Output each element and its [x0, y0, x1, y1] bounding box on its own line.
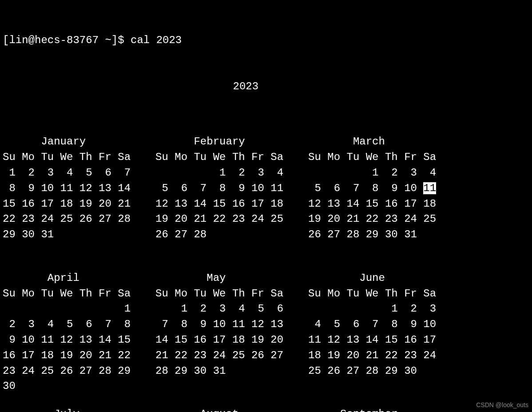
calendar-week: 5 6 7 8 9 10 11	[308, 181, 436, 196]
calendar-week	[308, 243, 436, 258]
today-highlight: 11	[423, 182, 436, 194]
weekday-header: Su Mo Tu We Th Fr Sa	[3, 150, 131, 165]
calendar-week: 19 20 21 22 23 24 25	[308, 212, 436, 227]
calendar-month: JulySu Mo Tu We Th Fr Sa 1 2 3 4 5 6 7 8…	[3, 407, 131, 412]
calendar-month: JuneSu Mo Tu We Th Fr Sa 1 2 3 4 5 6 7 8…	[308, 271, 436, 394]
calendar-week	[3, 243, 131, 258]
month-name: June	[308, 271, 436, 286]
calendar-week: 11 12 13 14 15 16 17	[308, 332, 436, 348]
month-name: February	[155, 134, 283, 150]
month-name: August	[155, 407, 283, 412]
month-name: September	[308, 407, 436, 412]
calendar-week: 1 2 3 4 5 6 7	[3, 165, 131, 181]
calendar-week: 19 20 21 22 23 24 25	[155, 212, 283, 227]
calendar-week: 12 13 14 15 16 17 18	[155, 196, 283, 212]
weekday-header: Su Mo Tu We Th Fr Sa	[308, 286, 436, 302]
calendar-week: 1 2 3 4 5 6	[155, 301, 283, 317]
calendar-week: 5 6 7 8 9 10 11	[155, 181, 283, 196]
calendar-week: 26 27 28	[155, 227, 283, 243]
calendar-month: AugustSu Mo Tu We Th Fr Sa 1 2 3 4 5 6 7…	[155, 407, 283, 412]
calendar-month: JanuarySu Mo Tu We Th Fr Sa 1 2 3 4 5 6 …	[3, 134, 131, 258]
watermark: CSDN @look_outs	[476, 400, 528, 409]
calendar-week	[155, 379, 283, 394]
calendar-week: 28 29 30 31	[155, 364, 283, 379]
weekday-header: Su Mo Tu We Th Fr Sa	[155, 150, 283, 165]
year-title: 2023	[3, 79, 529, 95]
calendar-week	[308, 379, 436, 394]
calendar-week: 23 24 25 26 27 28 29	[3, 364, 131, 379]
calendar-week: 25 26 27 28 29 30	[308, 364, 436, 379]
terminal-output[interactable]: [lin@hecs-83767 ~]$ cal 2023 2023 Januar…	[0, 0, 532, 412]
calendar-month-row: JulySu Mo Tu We Th Fr Sa 1 2 3 4 5 6 7 8…	[3, 407, 529, 412]
calendar-week: 1 2 3	[308, 301, 436, 317]
month-name: March	[308, 134, 436, 150]
month-name: May	[155, 271, 283, 286]
calendar-week: 1	[3, 301, 131, 317]
calendar-week: 7 8 9 10 11 12 13	[155, 317, 283, 332]
month-name: January	[3, 134, 131, 150]
calendar-week: 22 23 24 25 26 27 28	[3, 212, 131, 227]
weekday-header: Su Mo Tu We Th Fr Sa	[3, 286, 131, 302]
calendar-month: FebruarySu Mo Tu We Th Fr Sa 1 2 3 4 5 6…	[155, 134, 283, 258]
calendar-week: 15 16 17 18 19 20 21	[3, 196, 131, 212]
calendar-week: 16 17 18 19 20 21 22	[3, 348, 131, 364]
calendar-week	[155, 243, 283, 258]
calendar-week: 14 15 16 17 18 19 20	[155, 332, 283, 348]
shell-prompt: [lin@hecs-83767 ~]$ cal 2023	[3, 33, 529, 48]
calendar-month-row: AprilSu Mo Tu We Th Fr Sa 1 2 3 4 5 6 7 …	[3, 271, 529, 394]
month-name: April	[3, 271, 131, 286]
calendar-week: 26 27 28 29 30 31	[308, 227, 436, 243]
calendar-week: 2 3 4 5 6 7 8	[3, 317, 131, 332]
calendar-month: MaySu Mo Tu We Th Fr Sa 1 2 3 4 5 6 7 8 …	[155, 271, 283, 394]
calendar-week: 12 13 14 15 16 17 18	[308, 196, 436, 212]
calendar-week: 8 9 10 11 12 13 14	[3, 181, 131, 196]
calendar-week: 29 30 31	[3, 227, 131, 243]
calendar-month: AprilSu Mo Tu We Th Fr Sa 1 2 3 4 5 6 7 …	[3, 271, 131, 394]
calendar-week: 30	[3, 379, 131, 394]
calendar-week: 1 2 3 4	[155, 165, 283, 181]
calendar-week: 18 19 20 21 22 23 24	[308, 348, 436, 364]
calendar-week: 9 10 11 12 13 14 15	[3, 332, 131, 348]
calendar-week: 4 5 6 7 8 9 10	[308, 317, 436, 332]
calendar-month-row: JanuarySu Mo Tu We Th Fr Sa 1 2 3 4 5 6 …	[3, 134, 529, 258]
month-name: July	[3, 407, 131, 412]
weekday-header: Su Mo Tu We Th Fr Sa	[308, 150, 436, 165]
calendar-week: 1 2 3 4	[308, 165, 436, 181]
weekday-header: Su Mo Tu We Th Fr Sa	[155, 286, 283, 302]
calendar-week: 21 22 23 24 25 26 27	[155, 348, 283, 364]
calendar-month: MarchSu Mo Tu We Th Fr Sa 1 2 3 4 5 6 7 …	[308, 134, 436, 258]
calendar-month: SeptemberSu Mo Tu We Th Fr Sa 1 2 3 4 5 …	[308, 407, 436, 412]
calendar-grid: JanuarySu Mo Tu We Th Fr Sa 1 2 3 4 5 6 …	[3, 125, 529, 412]
